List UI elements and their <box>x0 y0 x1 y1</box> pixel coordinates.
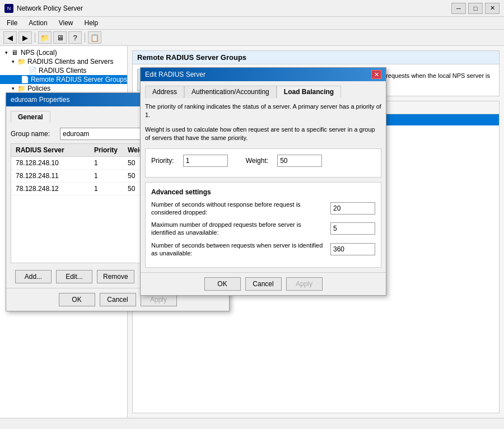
tree-label-nps: NPS (Local) <box>21 49 57 57</box>
col-priority-header: Priority <box>90 145 123 155</box>
adv-input-3[interactable] <box>330 243 375 255</box>
edit-dialog-footer: OK Cancel Apply <box>141 272 386 295</box>
menu-bar: File Action View Help <box>0 17 504 30</box>
edit-cancel-btn[interactable]: Cancel <box>245 277 282 291</box>
properties-title: eduroam Properties <box>11 96 69 104</box>
adv-row-2: Maximum number of dropped requests befor… <box>151 221 375 237</box>
adv-label-3: Number of seconds between requests when … <box>151 241 326 258</box>
edit-tabs: Address Authentication/Accounting Load B… <box>145 86 381 98</box>
weight-input[interactable] <box>277 155 322 167</box>
computer-btn[interactable]: 🖥 <box>53 31 67 44</box>
folder-btn[interactable]: 📁 <box>38 31 52 44</box>
edit-ok-btn[interactable]: OK <box>204 277 241 291</box>
nps-icon: 🖥 <box>10 49 19 57</box>
server-1: 78.128.248.11 <box>11 171 90 181</box>
advanced-section: Advanced settings Number of seconds with… <box>145 182 381 268</box>
adv-row-3: Number of seconds between requests when … <box>151 241 375 258</box>
lb-desc2: Weight is used to calculate how often re… <box>145 125 381 143</box>
title-bar: N Network Policy Server ─ □ ✕ <box>0 0 504 17</box>
sep1 <box>35 32 35 43</box>
priority-0: 1 <box>90 158 123 168</box>
tree-label-policies: Policies <box>27 85 50 92</box>
tree-label-radius-clients: RADIUS Clients <box>39 67 86 74</box>
window-controls: ─ □ ✕ <box>451 3 500 14</box>
remove-btn[interactable]: Remove <box>97 270 134 283</box>
tab-load-balancing[interactable]: Load Balancing <box>277 86 341 98</box>
tab-auth-acct[interactable]: Authentication/Accounting <box>184 86 277 98</box>
add-btn[interactable]: Add... <box>15 270 52 283</box>
priority-label: Priority: <box>151 157 174 165</box>
minimize-btn[interactable]: ─ <box>451 3 466 14</box>
expand-radius[interactable]: ▾ <box>9 58 17 66</box>
group-name-label: Group name: <box>11 130 55 138</box>
adv-label-1: Number of seconds without response befor… <box>151 200 326 217</box>
edit-apply-btn[interactable]: Apply <box>286 277 323 291</box>
weight-label: Weight: <box>246 157 268 165</box>
priority-2: 1 <box>90 184 123 194</box>
expand-policies[interactable]: ▾ <box>9 85 17 92</box>
doc-icon-rrsg: 📄 <box>21 76 29 83</box>
tree-item-radius-clients[interactable]: 📄 RADIUS Clients <box>0 66 127 75</box>
tree-item-remote-radius[interactable]: 📄 Remote RADIUS Server Groups <box>0 75 127 84</box>
adv-row-1: Number of seconds without response befor… <box>151 200 375 217</box>
tree-item-radius-clients-servers[interactable]: ▾ 📁 RADIUS Clients and Servers <box>0 57 127 66</box>
adv-input-2[interactable] <box>330 222 375 235</box>
properties-ok-btn[interactable]: OK <box>59 293 95 306</box>
tree-label-radius-cs: RADIUS Clients and Servers <box>27 58 113 66</box>
tree-label-remote-radius: Remote RADIUS Server Groups <box>31 76 127 83</box>
toolbar: ◀ ▶ 📁 🖥 ? 📋 <box>0 30 504 46</box>
tree-item-policies[interactable]: ▾ 📁 Policies <box>0 84 127 93</box>
server-2: 78.128.248.12 <box>11 184 90 194</box>
back-btn[interactable]: ◀ <box>3 31 17 44</box>
app-icon: N <box>4 4 13 13</box>
adv-input-1[interactable] <box>330 202 375 214</box>
maximize-btn[interactable]: □ <box>468 3 483 14</box>
panel-title: Remote RADIUS Server Groups <box>133 51 499 64</box>
status-bar <box>0 418 504 429</box>
menu-view[interactable]: View <box>54 18 78 28</box>
menu-action[interactable]: Action <box>24 18 52 28</box>
priority-1: 1 <box>90 171 123 181</box>
adv-label-2: Maximum number of dropped requests befor… <box>151 221 326 237</box>
clipboard-btn[interactable]: 📋 <box>88 31 101 44</box>
properties-cancel-btn[interactable]: Cancel <box>100 293 136 306</box>
priority-weight-row: Priority: Weight: <box>151 155 375 167</box>
edit-dialog-close[interactable]: ✕ <box>371 70 381 79</box>
tab-address[interactable]: Address <box>145 86 184 98</box>
edit-dialog-title: Edit RADIUS Server <box>145 71 206 78</box>
edit-dialog-titlebar: Edit RADIUS Server ✕ <box>141 68 386 81</box>
close-btn[interactable]: ✕ <box>485 3 500 14</box>
forward-btn[interactable]: ▶ <box>18 31 32 44</box>
col-server-header: RADIUS Server <box>11 145 90 155</box>
edit-btn[interactable]: Edit... <box>56 270 92 283</box>
menu-file[interactable]: File <box>2 18 22 28</box>
expand-rc <box>20 67 28 74</box>
tab-general[interactable]: General <box>11 111 50 123</box>
priority-input[interactable] <box>183 155 228 167</box>
sep2 <box>85 32 85 43</box>
app-title: Network Policy Server <box>17 4 83 12</box>
expand-nps[interactable]: ▾ <box>2 49 10 57</box>
priority-weight-section: Priority: Weight: <box>145 148 381 178</box>
advanced-title: Advanced settings <box>151 188 375 196</box>
lb-desc1: The priority of ranking indicates the st… <box>145 102 381 120</box>
edit-radius-dialog: Edit RADIUS Server ✕ Address Authenticat… <box>140 67 386 296</box>
tree-item-nps-local[interactable]: ▾ 🖥 NPS (Local) <box>0 48 127 57</box>
help-btn[interactable]: ? <box>68 31 82 44</box>
server-0: 78.128.248.10 <box>11 158 90 168</box>
edit-dialog-body: Address Authentication/Accounting Load B… <box>141 81 386 272</box>
folder-icon-policies: 📁 <box>17 85 26 92</box>
folder-icon-radius: 📁 <box>17 58 26 66</box>
menu-help[interactable]: Help <box>80 18 103 28</box>
doc-icon-rc: 📄 <box>28 67 37 74</box>
